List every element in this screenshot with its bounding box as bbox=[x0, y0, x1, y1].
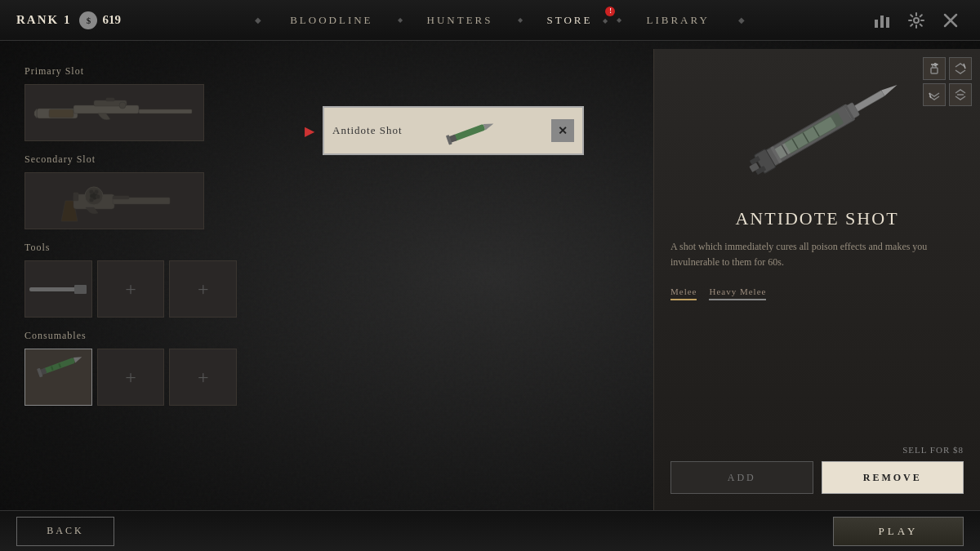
primary-slot-section: Primary Slot bbox=[24, 65, 237, 141]
detail-buttons: SELL FOR $8 ADD REMOVE bbox=[670, 445, 964, 494]
middle-panel: ▶ Antidote Shot bbox=[253, 49, 653, 510]
svg-rect-0 bbox=[875, 20, 878, 28]
item-preview-card: Antidote Shot ✕ bbox=[323, 106, 584, 155]
tab-library[interactable]: LIBRARY bbox=[621, 0, 733, 41]
tag-heavy-melee-label: Heavy Melee bbox=[709, 287, 766, 296]
left-panel: Primary Slot bbox=[0, 49, 253, 510]
svg-rect-36 bbox=[931, 68, 938, 73]
svg-rect-9 bbox=[139, 109, 192, 113]
nav-tab-container-library: LIBRARY bbox=[621, 0, 733, 41]
item-description: A shot which immediately cures all poiso… bbox=[670, 239, 964, 270]
item-title: Antidote Shot bbox=[735, 208, 898, 229]
svg-rect-22 bbox=[113, 196, 129, 199]
consumable-slot-2[interactable] bbox=[97, 349, 165, 406]
svg-point-12 bbox=[119, 102, 126, 109]
tag-heavy-melee-underline bbox=[709, 299, 766, 300]
tools-slot-row bbox=[24, 260, 237, 318]
secondary-slot-row bbox=[24, 172, 237, 229]
nav-swap-right-icon[interactable] bbox=[949, 57, 972, 80]
sell-label: SELL FOR $8 bbox=[670, 445, 964, 455]
right-panel: Antidote Shot A shot which immediately c… bbox=[653, 49, 980, 510]
svg-rect-13 bbox=[49, 109, 74, 118]
tab-bloodline[interactable]: BLOODLINE bbox=[265, 0, 397, 41]
nav-tabs: ◆ BLOODLINE ◆ HUNTERS ◆ STORE ! ◆ LIBRAR… bbox=[131, 0, 869, 41]
store-notification: ! bbox=[605, 7, 615, 16]
svg-point-20 bbox=[90, 198, 94, 202]
nav-arrows-icon[interactable] bbox=[949, 83, 972, 106]
tag-melee-underline bbox=[670, 299, 697, 300]
consumables-section: Consumables bbox=[24, 330, 237, 406]
svg-rect-11 bbox=[106, 98, 114, 101]
svg-point-19 bbox=[96, 195, 100, 199]
remove-button[interactable]: REMOVE bbox=[822, 461, 964, 494]
consumable-slot-3[interactable] bbox=[169, 349, 237, 406]
main-content: Primary Slot bbox=[0, 49, 980, 510]
svg-rect-56 bbox=[784, 112, 844, 153]
consumables-label: Consumables bbox=[24, 330, 237, 342]
tools-section: Tools bbox=[24, 242, 237, 318]
rank-label: RANK 1 bbox=[16, 13, 71, 27]
tool-slot-1[interactable] bbox=[24, 260, 92, 318]
secondary-weapon-slot[interactable] bbox=[24, 172, 204, 229]
svg-point-17 bbox=[90, 190, 94, 194]
svg-point-3 bbox=[914, 18, 919, 23]
back-button[interactable]: BACK bbox=[16, 517, 114, 546]
item-preview-image bbox=[403, 114, 551, 147]
nav-swap-left-icon[interactable] bbox=[923, 83, 946, 106]
svg-rect-2 bbox=[886, 17, 889, 28]
tool-slot-2[interactable] bbox=[97, 260, 165, 318]
tab-hunters[interactable]: HUNTERS bbox=[403, 0, 518, 41]
top-bar: RANK 1 $ 619 ◆ BLOODLINE ◆ HUNTERS ◆ STO… bbox=[0, 0, 980, 41]
item-tags: Melee Heavy Melee bbox=[670, 287, 964, 300]
secondary-slot-section: Secondary Slot bbox=[24, 153, 237, 229]
nav-tab-container-store[interactable]: STORE ! bbox=[523, 0, 617, 41]
primary-slot-row bbox=[24, 84, 237, 141]
svg-rect-32 bbox=[452, 124, 485, 141]
svg-marker-33 bbox=[483, 121, 494, 131]
consumables-slot-row bbox=[24, 349, 237, 406]
settings-icon[interactable] bbox=[903, 7, 929, 33]
item-tag-heavy-melee: Heavy Melee bbox=[709, 287, 766, 300]
svg-rect-8 bbox=[74, 105, 139, 113]
detail-nav-icons bbox=[923, 57, 972, 106]
item-preview-name: Antidote Shot bbox=[332, 124, 403, 137]
svg-rect-1 bbox=[880, 16, 884, 28]
leaderboard-icon[interactable] bbox=[869, 7, 895, 33]
svg-line-38 bbox=[964, 64, 965, 69]
top-right-icons bbox=[869, 7, 980, 33]
nav-tab-container-hunters: HUNTERS bbox=[403, 0, 518, 41]
svg-rect-25 bbox=[74, 285, 87, 294]
item-large-image bbox=[703, 73, 932, 196]
svg-marker-48 bbox=[881, 82, 898, 96]
nav-lock-up-icon[interactable] bbox=[923, 57, 946, 80]
slot-arrow-indicator[interactable]: ▶ bbox=[305, 123, 314, 139]
svg-rect-23 bbox=[74, 193, 78, 201]
close-icon[interactable] bbox=[938, 7, 964, 33]
tag-melee-label: Melee bbox=[670, 287, 697, 296]
svg-marker-7 bbox=[34, 109, 37, 118]
item-close-button[interactable]: ✕ bbox=[551, 119, 574, 142]
primary-slot-label: Primary Slot bbox=[24, 65, 237, 78]
nav-tab-container-bloodline: BLOODLINE bbox=[265, 0, 397, 41]
add-button[interactable]: ADD bbox=[670, 461, 813, 494]
btn-row: ADD REMOVE bbox=[670, 461, 964, 494]
consumable-slot-1[interactable] bbox=[24, 349, 92, 406]
primary-weapon-slot[interactable] bbox=[24, 84, 204, 141]
tools-label: Tools bbox=[24, 242, 237, 254]
svg-point-18 bbox=[95, 190, 99, 194]
play-button[interactable]: PLAY bbox=[833, 517, 964, 546]
rank-section: RANK 1 $ 619 bbox=[0, 11, 131, 29]
tab-store[interactable]: STORE bbox=[523, 0, 617, 41]
bottom-bar: BACK PLAY bbox=[0, 510, 980, 551]
currency-icon: $ bbox=[79, 11, 97, 29]
secondary-slot-label: Secondary Slot bbox=[24, 153, 237, 166]
currency-section: $ 619 bbox=[79, 11, 121, 29]
item-tag-melee: Melee bbox=[670, 287, 697, 300]
currency-amount: 619 bbox=[102, 13, 121, 27]
tool-slot-3[interactable] bbox=[169, 260, 237, 318]
